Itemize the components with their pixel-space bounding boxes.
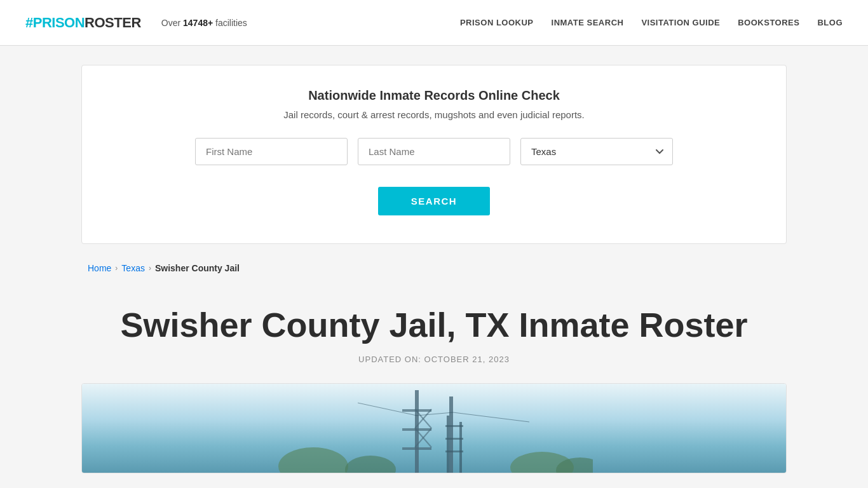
breadcrumb-current: Swisher County Jail [155,263,240,273]
breadcrumb: Home › Texas › Swisher County Jail [88,263,780,273]
breadcrumb-sep-1: › [115,264,118,273]
nav-blog[interactable]: BLOG [817,18,843,27]
facility-image [82,384,786,473]
tower-svg [275,384,593,473]
search-subtitle: Jail records, court & arrest records, mu… [107,109,761,120]
breadcrumb-home[interactable]: Home [88,263,111,273]
svg-point-18 [345,456,396,473]
updated-label: UPDATED ON: OCTOBER 21, 2023 [88,355,780,364]
svg-rect-11 [445,425,463,427]
svg-rect-12 [445,438,463,440]
nav-bookstores[interactable]: BOOKSTORES [738,18,799,27]
nav-visitation-guide[interactable]: VISITATION GUIDE [641,18,720,27]
svg-rect-9 [447,416,449,473]
search-title: Nationwide Inmate Records Online Check [107,88,761,103]
search-form: Texas AlabamaAlaskaArizona ArkansasCalif… [107,138,761,215]
svg-rect-1 [449,396,453,473]
svg-rect-13 [445,451,463,452]
breadcrumb-texas[interactable]: Texas [121,263,145,273]
svg-rect-4 [402,447,431,450]
navbar: #PRISONROSTER Over 14748+ facilities PRI… [0,0,868,46]
page-title: Swisher County Jail, TX Inmate Roster [88,305,780,344]
breadcrumb-section: Home › Texas › Swisher County Jail [81,263,787,273]
search-section: Nationwide Inmate Records Online Check J… [81,65,787,244]
breadcrumb-sep-2: › [149,264,151,273]
search-button[interactable]: SEARCH [378,187,490,215]
nav-links: PRISON LOOKUP INMATE SEARCH VISITATION G… [460,18,843,27]
svg-point-17 [278,447,348,473]
facilities-count-text: Over 14748+ facilities [161,18,247,28]
site-logo[interactable]: #PRISONROSTER [25,15,141,31]
facilities-count: 14748+ [183,18,213,28]
nav-prison-lookup[interactable]: PRISON LOOKUP [460,18,534,27]
svg-line-15 [417,412,453,416]
logo-roster: ROSTER [85,15,141,31]
main-content: Swisher County Jail, TX Inmate Roster UP… [81,280,787,364]
nav-inmate-search[interactable]: INMATE SEARCH [552,18,624,27]
last-name-input[interactable] [358,138,510,165]
svg-line-16 [453,412,529,422]
logo-prison: PRISON [33,15,85,31]
state-select[interactable]: Texas AlabamaAlaskaArizona ArkansasCalif… [520,138,673,165]
logo-hash: # [25,15,33,31]
svg-rect-10 [459,422,462,473]
search-button-row: SEARCH [107,187,761,215]
first-name-input[interactable] [195,138,348,165]
